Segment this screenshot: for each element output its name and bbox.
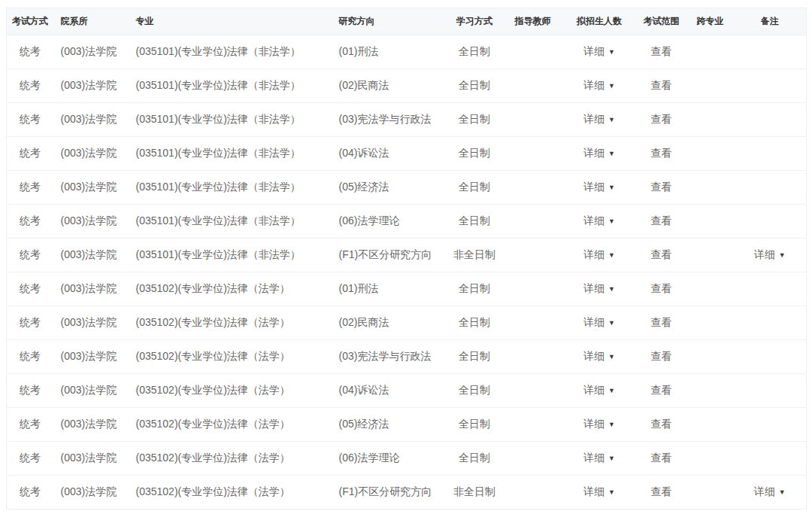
cross-major-cell [687,239,734,272]
exam-method-cell: 统考 [7,408,53,442]
research-direction-cell: (04)诉讼法 [332,374,447,408]
exam-scope-cell: 查看 [636,205,687,239]
dropdown-label: 详细 [583,418,604,430]
view-exam-scope-link[interactable]: 查看 [651,181,672,193]
view-exam-scope-link[interactable]: 查看 [651,452,672,464]
view-exam-scope-link[interactable]: 查看 [651,248,672,260]
caret-down-icon: ▼ [608,319,615,327]
table-row: 统考(003)法学院(035102)(专业学位)法律（法学）(01)刑法全日制详… [7,272,807,306]
remarks-cell [734,69,807,103]
planned-enrollment-detail-dropdown[interactable]: 详细▼ [583,316,615,330]
dropdown-label: 详细 [583,79,604,91]
exam-method-cell: 统考 [7,171,53,205]
cross-major-cell [687,205,734,239]
major-cell: (035102)(专业学位)法律（法学） [129,374,332,408]
view-exam-scope-link[interactable]: 查看 [651,350,672,362]
remarks-cell [734,137,807,171]
major-cell: (035102)(专业学位)法律（法学） [129,306,332,340]
major-cell: (035101)(专业学位)法律（非法学） [129,35,332,69]
exam-scope-cell: 查看 [636,137,687,171]
planned-enrollment-detail-dropdown[interactable]: 详细▼ [583,384,615,397]
caret-down-icon: ▼ [608,353,615,360]
planned-enrollment-detail-dropdown[interactable]: 详细▼ [583,485,615,499]
view-exam-scope-link[interactable]: 查看 [651,316,672,328]
remarks-detail-dropdown[interactable]: 详细▼ [754,248,786,262]
exam-method-cell: 统考 [7,272,53,306]
caret-down-icon: ▼ [608,251,615,259]
exam-method-cell: 统考 [7,340,53,374]
planned-enrollment-cell: 详细▼ [563,35,636,69]
dropdown-label: 详细 [583,248,604,260]
major-cell: (035102)(专业学位)法律（法学） [129,442,332,476]
remarks-cell [734,272,807,306]
planned-enrollment-detail-dropdown[interactable]: 详细▼ [583,350,615,363]
department-cell: (003)法学院 [53,69,129,103]
exam-method-cell: 统考 [7,476,53,509]
view-exam-scope-link[interactable]: 查看 [651,485,672,497]
cross-major-cell [687,408,734,442]
planned-enrollment-detail-dropdown[interactable]: 详细▼ [583,282,615,296]
advisor-cell [503,408,563,442]
col-header-major: 专业 [129,8,332,35]
planned-enrollment-detail-dropdown[interactable]: 详细▼ [583,147,615,160]
view-exam-scope-link[interactable]: 查看 [651,214,672,227]
exam-method-cell: 统考 [7,103,53,137]
admissions-table-container: 考试方式 院系所 专业 研究方向 学习方式 指导教师 拟招生人数 考试范围 跨专… [0,0,812,512]
department-cell: (003)法学院 [53,239,129,272]
caret-down-icon: ▼ [608,421,615,428]
table-header: 考试方式 院系所 专业 研究方向 学习方式 指导教师 拟招生人数 考试范围 跨专… [7,8,807,35]
exam-scope-cell: 查看 [636,272,687,306]
caret-down-icon: ▼ [608,116,615,123]
exam-scope-cell: 查看 [636,476,687,509]
remarks-cell [734,408,807,442]
cross-major-cell [687,306,734,340]
department-cell: (003)法学院 [53,476,129,509]
view-exam-scope-link[interactable]: 查看 [651,418,672,430]
remarks-cell [734,103,807,137]
advisor-cell [503,306,563,340]
view-exam-scope-link[interactable]: 查看 [651,384,672,396]
planned-enrollment-detail-dropdown[interactable]: 详细▼ [583,45,615,59]
department-cell: (003)法学院 [53,374,129,408]
caret-down-icon: ▼ [608,285,615,293]
planned-enrollment-detail-dropdown[interactable]: 详细▼ [583,113,615,126]
planned-enrollment-detail-dropdown[interactable]: 详细▼ [583,418,615,431]
exam-scope-cell: 查看 [636,171,687,205]
advisor-cell [503,340,563,374]
caret-down-icon: ▼ [608,488,615,496]
planned-enrollment-cell: 详细▼ [563,205,636,239]
view-exam-scope-link[interactable]: 查看 [651,113,672,125]
col-header-cross-major: 跨专业 [687,8,734,35]
exam-method-cell: 统考 [7,239,53,272]
advisor-cell [503,272,563,306]
col-header-research-direction: 研究方向 [332,8,447,35]
view-exam-scope-link[interactable]: 查看 [651,147,672,159]
study-mode-cell: 全日制 [447,272,503,306]
research-direction-cell: (01)刑法 [332,35,447,69]
planned-enrollment-cell: 详细▼ [563,69,636,103]
view-exam-scope-link[interactable]: 查看 [651,282,672,294]
planned-enrollment-detail-dropdown[interactable]: 详细▼ [583,248,615,262]
cross-major-cell [687,137,734,171]
planned-enrollment-detail-dropdown[interactable]: 详细▼ [583,79,615,93]
caret-down-icon: ▼ [608,387,615,394]
table-row: 统考(003)法学院(035102)(专业学位)法律（法学）(06)法学理论全日… [7,442,807,476]
dropdown-label: 详细 [583,113,604,125]
planned-enrollment-detail-dropdown[interactable]: 详细▼ [583,452,615,465]
planned-enrollment-detail-dropdown[interactable]: 详细▼ [583,214,615,228]
remarks-cell [734,306,807,340]
view-exam-scope-link[interactable]: 查看 [651,45,672,57]
advisor-cell [503,137,563,171]
table-row: 统考(003)法学院(035102)(专业学位)法律（法学）(F1)不区分研究方… [7,476,807,509]
exam-method-cell: 统考 [7,374,53,408]
study-mode-cell: 全日制 [447,137,503,171]
planned-enrollment-cell: 详细▼ [563,306,636,340]
remarks-detail-dropdown[interactable]: 详细▼ [754,485,786,499]
table-row: 统考(003)法学院(035101)(专业学位)法律（非法学）(F1)不区分研究… [7,239,807,272]
planned-enrollment-detail-dropdown[interactable]: 详细▼ [583,181,615,194]
col-header-study-mode: 学习方式 [447,8,503,35]
caret-down-icon: ▼ [608,184,615,191]
department-cell: (003)法学院 [53,442,129,476]
planned-enrollment-cell: 详细▼ [563,476,636,509]
view-exam-scope-link[interactable]: 查看 [651,79,672,91]
